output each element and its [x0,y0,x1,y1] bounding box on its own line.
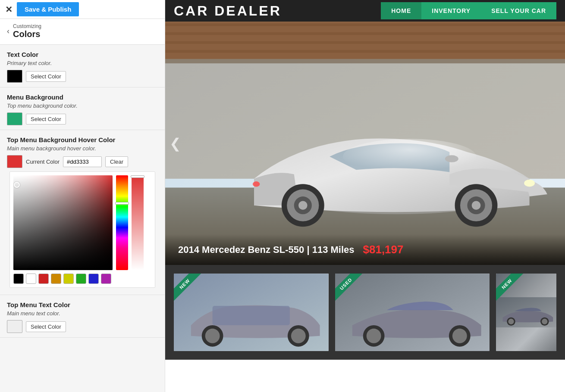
nav-item-home[interactable]: HOME [381,2,421,19]
color-swatches-row [13,274,151,284]
colors-title: Colors [13,29,41,39]
svg-rect-23 [213,306,290,325]
text-color-select-button[interactable]: Select Color [26,71,66,82]
car-card-2-badge [335,274,365,304]
color-picker [9,171,155,288]
text-color-section: Text Color Primary text color. Select Co… [0,45,165,87]
right-panel: CAR DEALER HOME INVENTORY SELL YOUR CAR [165,0,565,392]
hover-color-section: Top Menu Background Hover Color Main men… [0,130,165,295]
swatch-yellow[interactable] [63,274,74,284]
menu-bg-title: Menu Background [7,93,158,101]
hero-prev-button[interactable]: ❮ [170,135,181,152]
svg-point-19 [524,180,535,187]
swatch-purple[interactable] [101,274,111,284]
gradient-black-overlay [13,175,113,270]
panel-header: ‹ Customizing Colors [0,19,165,45]
text-color-desc: Primary text color. [7,60,158,66]
color-gradient-box[interactable] [13,175,113,270]
customizing-label: Customizing [13,23,41,29]
swatch-blue[interactable] [88,274,99,284]
menu-bg-swatch[interactable] [7,112,22,125]
swatch-black[interactable] [13,274,24,284]
svg-point-37 [542,319,547,324]
svg-rect-4 [165,23,565,26]
back-button[interactable]: ‹ [7,27,9,36]
color-hex-input[interactable] [63,156,102,167]
text-color-pick-row: Select Color [7,70,158,83]
swatch-red[interactable] [38,274,49,284]
hover-color-title: Top Menu Background Hover Color [7,136,158,143]
menu-bg-select-button[interactable]: Select Color [26,114,66,124]
swatch-green[interactable] [76,274,86,284]
menu-bg-section: Menu Background Top menu background colo… [0,87,165,130]
car-card-1-image [174,274,329,351]
hero-overlay: 2014 Mercedez Benz SL-550 | 113 Miles $8… [165,234,565,265]
save-publish-button[interactable]: Save & Publish [17,2,79,16]
svg-point-13 [298,201,308,210]
top-menu-text-desc: Main menu text color. [7,310,158,317]
top-menu-text-select-button[interactable]: Select Color [26,321,66,332]
close-button[interactable]: ✕ [5,4,13,15]
svg-point-20 [253,181,260,187]
text-color-title: Text Color [7,51,158,58]
swatch-orange[interactable] [51,274,61,284]
hover-color-swatch[interactable] [7,155,22,168]
panel-header-text: Customizing Colors [13,23,41,39]
svg-point-32 [452,329,467,343]
left-panel: ✕ Save & Publish ‹ Customizing Colors Te… [0,0,165,392]
top-bar: ✕ Save & Publish [0,0,165,19]
hero-car-name: 2014 Mercedez Benz SL-550 | 113 Miles [178,244,355,255]
alpha-handle [131,175,144,178]
svg-point-21 [445,155,458,162]
svg-point-25 [205,329,220,343]
car-card-3-image [496,274,556,351]
hero-price: $81,197 [363,243,404,256]
text-color-swatch[interactable] [7,70,22,83]
svg-rect-5 [165,32,565,35]
picker-top [13,175,151,270]
svg-rect-6 [165,41,565,44]
current-color-label: Current Color [26,159,60,165]
top-menu-text-section: Top Menu Text Color Main menu text color… [0,295,165,338]
car-card-1-badge [174,274,204,304]
car-card-3-badge [496,274,526,304]
nav-item-inventory[interactable]: INVENTORY [421,2,481,19]
hero-car-image [165,22,565,265]
hue-slider[interactable] [116,175,128,270]
car-card-2 [335,274,490,351]
svg-point-17 [472,201,481,210]
hue-handle [115,202,129,205]
picker-circle[interactable] [14,182,20,188]
hover-color-pick-row: Current Color Clear [7,155,158,168]
top-menu-text-title: Top Menu Text Color [7,301,158,308]
clear-button[interactable]: Clear [105,156,128,167]
svg-point-27 [291,329,306,343]
site-nav-bar: HOME INVENTORY SELL YOUR CAR [381,2,556,19]
car-card-3 [496,274,556,351]
hero-section: ❮ 2014 Mercedez Benz SL-550 | 113 Miles … [165,22,565,265]
alpha-slider[interactable] [132,175,144,270]
car-card-2-image [335,274,490,351]
top-menu-text-pick-row: Select Color [7,320,158,333]
hover-color-desc: Main menu background hover color. [7,145,158,152]
site-topbar: CAR DEALER HOME INVENTORY SELL YOUR CAR [165,0,565,22]
swatch-white[interactable] [26,274,36,284]
site-title: CAR DEALER [174,3,282,19]
svg-rect-7 [165,50,565,53]
menu-bg-pick-row: Select Color [7,112,158,125]
car-card-1 [174,274,329,351]
site-preview: CAR DEALER HOME INVENTORY SELL YOUR CAR [165,0,565,392]
top-menu-text-swatch[interactable] [7,320,22,333]
hero-car-svg [165,22,565,265]
svg-point-35 [508,319,514,324]
cars-section [165,265,565,360]
svg-rect-3 [165,22,565,59]
menu-bg-desc: Top menu background color. [7,103,158,109]
svg-point-30 [366,329,381,343]
nav-item-sell[interactable]: SELL YOUR CAR [481,2,556,19]
